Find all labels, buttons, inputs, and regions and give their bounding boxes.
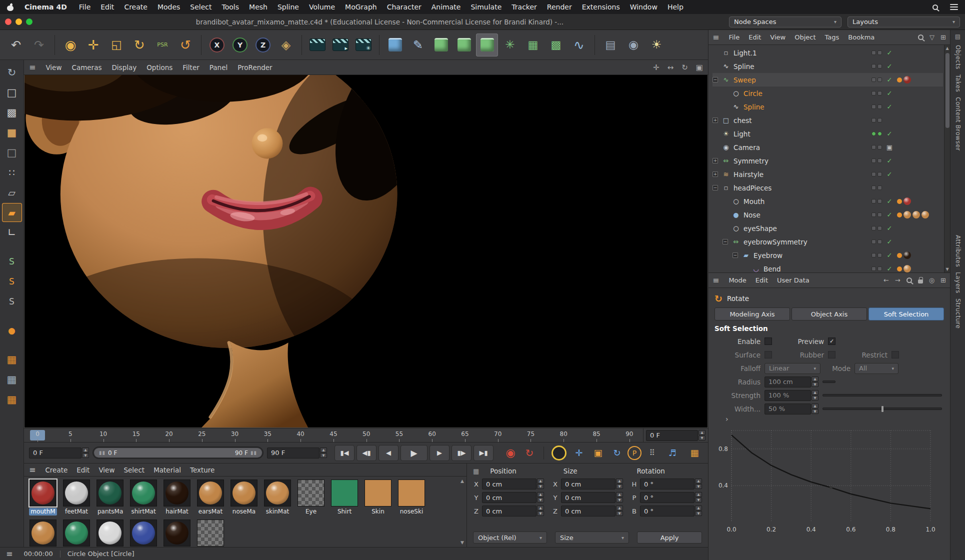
menu-render[interactable]: Render <box>542 3 577 11</box>
visibility-toggles[interactable] <box>872 199 882 204</box>
visibility-dot[interactable] <box>878 78 882 82</box>
lock-icon[interactable] <box>918 280 923 284</box>
om-menu-edit[interactable]: Edit <box>744 34 766 41</box>
stepper-down[interactable]: ▼ <box>616 484 623 489</box>
quantize-button[interactable]: S <box>2 292 22 311</box>
scale-tool[interactable]: ◱ <box>106 34 128 56</box>
tree-row-headpieces[interactable]: −▫headPieces <box>712 181 943 194</box>
side-tab-structure[interactable]: Structure <box>954 298 962 328</box>
next-frame-button[interactable]: ▶ <box>430 445 450 461</box>
menu-create[interactable]: Create <box>119 3 152 11</box>
menu-file[interactable]: File <box>74 3 96 11</box>
coordinate-input[interactable]: 0 ° <box>640 506 694 516</box>
stepper-up[interactable]: ▲ <box>695 478 702 484</box>
node-spaces-dropdown[interactable]: Node Spaces ▾ <box>729 16 842 28</box>
visibility-dot[interactable] <box>872 78 876 82</box>
menu-mesh[interactable]: Mesh <box>244 3 272 11</box>
curve-expand-icon[interactable]: › <box>714 416 944 424</box>
material-thumbnail[interactable] <box>264 480 291 506</box>
visibility-dot[interactable] <box>872 158 876 163</box>
viewport-menu-panel[interactable]: Panel <box>204 64 232 72</box>
timeline-ruler[interactable]: 051015202530354045505560657075808590 0 F… <box>24 428 708 442</box>
add-panel-icon[interactable]: ⊞ <box>940 276 946 284</box>
focus-icon[interactable]: ◎ <box>929 276 934 284</box>
material-thumbnail[interactable] <box>30 520 56 546</box>
viewport-menu-icon[interactable]: ≡ <box>29 62 36 72</box>
material-chip[interactable] <box>904 265 911 272</box>
sound-button[interactable]: ♬ <box>664 444 681 462</box>
material-item-skinmat[interactable]: skinMat <box>264 480 292 516</box>
coordinate-input[interactable]: 0 cm <box>482 492 536 503</box>
stepper-up[interactable]: ▲ <box>616 506 623 510</box>
deformers-button[interactable]: ▩ <box>545 34 567 56</box>
lock-z-axis-button[interactable]: Z <box>252 34 274 56</box>
material-thumbnail[interactable] <box>96 480 124 506</box>
material-thumbnail[interactable] <box>230 480 258 506</box>
menu-simulate[interactable]: Simulate <box>466 3 506 11</box>
close-window-button[interactable] <box>5 18 12 25</box>
record-parameter-button[interactable]: P <box>628 446 642 460</box>
stepper-up[interactable]: ▲ <box>320 448 327 452</box>
stepper-down[interactable]: ▼ <box>537 484 544 489</box>
visibility-dot[interactable] <box>878 145 882 150</box>
visibility-dot[interactable] <box>872 266 876 271</box>
viewport-menu-cameras[interactable]: Cameras <box>66 64 106 72</box>
texture-mode-button[interactable]: ▩ <box>2 103 22 122</box>
object-mode-button[interactable]: ■ <box>2 123 22 142</box>
value-stepper[interactable]: ▲▼ <box>537 478 544 490</box>
visibility-dot[interactable] <box>878 158 882 163</box>
stepper-down[interactable]: ▼ <box>320 453 327 458</box>
menu-tools[interactable]: Tools <box>217 3 244 11</box>
enable-toggle[interactable]: ✓ <box>885 76 894 84</box>
mat-menu-material[interactable]: Material <box>149 466 186 474</box>
make-editable-button[interactable]: ↻ <box>2 63 22 82</box>
stepper-down[interactable]: ▼ <box>695 498 702 502</box>
menu-character[interactable]: Character <box>382 3 426 11</box>
mode-dropdown[interactable]: All▾ <box>854 363 898 374</box>
tree-row-chest[interactable]: +□chest <box>712 114 943 127</box>
scroll-up-icon[interactable]: ▲ <box>946 46 948 50</box>
stepper-down[interactable]: ▼ <box>616 511 623 516</box>
am-menu-user-data[interactable]: User Data <box>772 276 814 284</box>
material-thumbnail[interactable] <box>331 480 358 506</box>
redo-button[interactable]: ↷ <box>28 34 50 56</box>
visibility-toggles[interactable] <box>872 50 882 55</box>
record-scale-button[interactable]: ▣ <box>590 444 606 462</box>
preview-checkbox[interactable]: ✓ <box>828 338 836 345</box>
stepper-up[interactable]: ▲ <box>695 506 702 510</box>
coordinate-input[interactable]: 0 cm <box>561 478 616 490</box>
restrict-checkbox[interactable] <box>892 351 899 358</box>
visibility-dot[interactable] <box>878 226 882 230</box>
visibility-dot[interactable] <box>878 118 882 122</box>
play-button[interactable]: ▶ <box>400 445 428 461</box>
material-thumbnail[interactable] <box>298 480 324 506</box>
visibility-dot[interactable] <box>878 253 882 258</box>
material-thumbnail[interactable] <box>130 520 157 546</box>
menu-help[interactable]: Help <box>662 3 688 11</box>
enable-toggle[interactable]: ✓ <box>885 170 894 178</box>
material-item-skin[interactable]: Skin <box>364 480 392 516</box>
visibility-dot[interactable] <box>872 172 876 176</box>
add-panel-icon[interactable]: ⊞ <box>940 34 946 41</box>
tree-row-eyeshape[interactable]: ○eyeShape✓ <box>712 222 943 235</box>
move-tool[interactable]: ✛ <box>82 34 104 56</box>
mat-menu-texture[interactable]: Texture <box>186 466 219 474</box>
grid-a-button[interactable]: ▦ <box>2 350 22 369</box>
zoom-window-button[interactable] <box>26 18 32 25</box>
coordinate-space-dropdown[interactable]: Object (Rel)▾ <box>473 532 547 544</box>
tag-dot[interactable] <box>897 212 902 218</box>
stepper-down[interactable]: ▼ <box>695 484 702 489</box>
radius-input[interactable]: 100 cm <box>764 376 811 388</box>
visibility-toggles[interactable] <box>872 64 882 68</box>
coordinate-input[interactable]: 0 cm <box>482 478 536 490</box>
layouts-dropdown[interactable]: Layouts ▾ <box>848 16 960 28</box>
stepper-up[interactable]: ▲ <box>698 430 706 435</box>
enable-checkbox[interactable] <box>764 338 772 345</box>
menu-modes[interactable]: Modes <box>152 3 185 11</box>
lock-y-axis-button[interactable]: Y <box>229 34 251 56</box>
enable-toggle[interactable]: ✓ <box>885 224 894 232</box>
enable-toggle[interactable]: ✓ <box>885 157 894 164</box>
tree-row-camera[interactable]: ◉Camera▣ <box>712 140 943 154</box>
om-menu-view[interactable]: View <box>766 34 790 41</box>
history-back-icon[interactable]: ← <box>884 276 889 284</box>
